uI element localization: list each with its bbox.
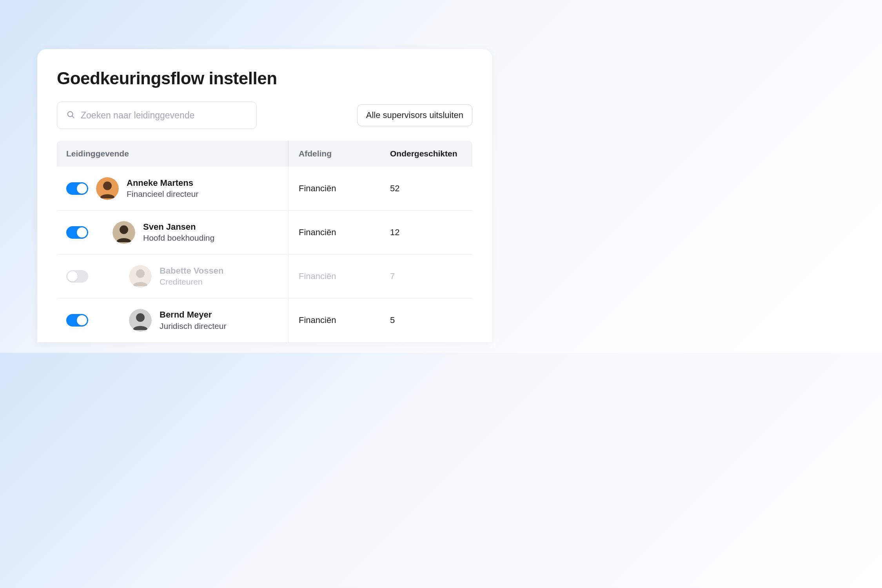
- column-header-leader: Leidinggevende: [57, 149, 288, 158]
- name-block: Bernd MeyerJuridisch directeur: [160, 309, 226, 331]
- search-input[interactable]: [57, 102, 257, 129]
- exclude-all-supervisors-button[interactable]: Alle supervisors uitsluiten: [357, 104, 472, 126]
- subordinates-cell: 12: [386, 227, 472, 238]
- department-cell: Financiën: [288, 298, 386, 342]
- svg-line-1: [72, 116, 74, 118]
- subordinates-cell: 52: [386, 183, 472, 194]
- person-role: Juridisch directeur: [160, 321, 226, 331]
- supervisors-table: Leidinggevende Afdeling Ondergeschikten …: [57, 141, 472, 342]
- name-block: Sven JansenHoofd boekhouding: [143, 221, 214, 243]
- subordinates-cell: 7: [386, 271, 472, 281]
- person-name: Babette Vossen: [160, 265, 223, 277]
- avatar: [96, 177, 119, 200]
- person-role: Hoofd boekhouding: [143, 232, 214, 243]
- column-header-subordinates: Ondergeschikten: [386, 149, 472, 158]
- leader-cell: Sven JansenHoofd boekhouding: [57, 221, 288, 244]
- toolbar: Alle supervisors uitsluiten: [57, 102, 472, 129]
- person-role: Crediteuren: [160, 276, 223, 287]
- name-block: Babette VossenCrediteuren: [160, 265, 223, 287]
- table-row: Anneke MartensFinancieel directeurFinanc…: [57, 167, 472, 211]
- avatar: [129, 265, 152, 288]
- svg-point-5: [120, 225, 128, 234]
- enable-toggle[interactable]: [66, 226, 88, 239]
- column-header-department: Afdeling: [288, 141, 386, 167]
- table-row: Babette VossenCrediteurenFinanciën7: [57, 254, 472, 298]
- name-block: Anneke MartensFinancieel directeur: [127, 178, 198, 200]
- avatar: [113, 221, 135, 244]
- person-name: Bernd Meyer: [160, 309, 226, 321]
- person-role: Financieel directeur: [127, 189, 198, 199]
- subordinates-cell: 5: [386, 315, 472, 325]
- table-row: Sven JansenHoofd boekhoudingFinanciën12: [57, 211, 472, 254]
- department-cell: Financiën: [288, 254, 386, 298]
- enable-toggle[interactable]: [66, 314, 88, 327]
- department-cell: Financiën: [288, 211, 386, 254]
- svg-point-7: [136, 269, 145, 278]
- table-header: Leidinggevende Afdeling Ondergeschikten: [57, 141, 472, 167]
- person-name: Sven Jansen: [143, 221, 214, 233]
- enable-toggle[interactable]: [66, 182, 88, 195]
- enable-toggle[interactable]: [66, 270, 88, 283]
- settings-card: Goedkeuringsflow instellen Alle supervis…: [37, 49, 492, 342]
- department-cell: Financiën: [288, 167, 386, 210]
- leader-cell: Babette VossenCrediteuren: [57, 265, 288, 288]
- table-row: Bernd MeyerJuridisch directeurFinanciën5: [57, 298, 472, 342]
- svg-point-3: [103, 181, 112, 190]
- leader-cell: Anneke MartensFinancieel directeur: [57, 177, 288, 200]
- table-body: Anneke MartensFinancieel directeurFinanc…: [57, 167, 472, 342]
- person-name: Anneke Martens: [127, 178, 198, 189]
- page-title: Goedkeuringsflow instellen: [57, 69, 472, 88]
- avatar: [129, 309, 152, 332]
- svg-point-9: [136, 313, 145, 322]
- search-icon: [66, 110, 75, 120]
- leader-cell: Bernd MeyerJuridisch directeur: [57, 309, 288, 332]
- search-wrapper: [57, 102, 257, 129]
